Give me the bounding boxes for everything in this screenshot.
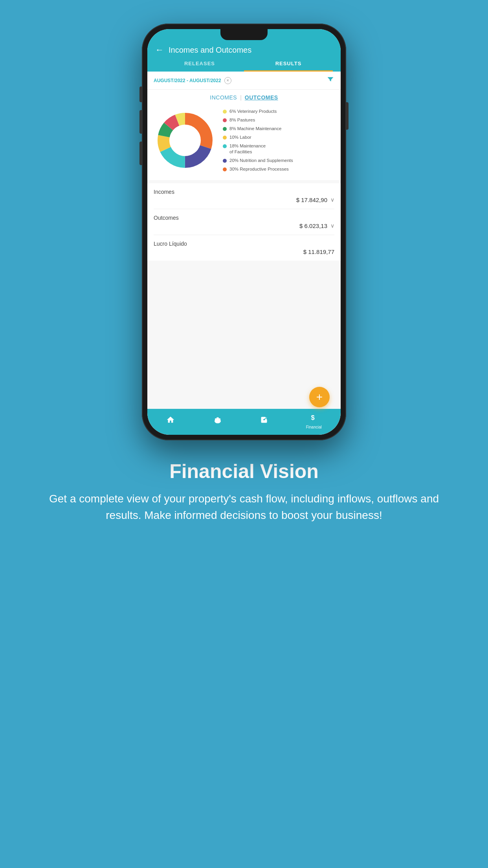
legend-label-reproductive: 30% Reproductive Processes	[229, 166, 289, 172]
legend-item-pastures: 8% Pastures	[223, 117, 334, 123]
legend-item-nutrition: 20% Nutrition and Supplements	[223, 158, 334, 164]
legend-item-maintenance: 18% Maintenanceof Facilities	[223, 143, 334, 155]
tasks-icon	[260, 416, 268, 427]
filter-bar: AUGUST/2022 - AUGUST/2022 ×	[147, 72, 341, 90]
legend-dot-maintenance	[223, 144, 227, 148]
legend-dot-reproductive	[223, 167, 227, 171]
incomes-label: Incomes	[154, 189, 334, 195]
nav-animals[interactable]	[213, 416, 222, 427]
svg-point-10	[218, 418, 220, 420]
filter-icon[interactable]	[327, 75, 334, 85]
svg-text:$: $	[311, 414, 315, 421]
animal-icon	[213, 416, 222, 427]
summary-section: Incomes $ 17.842,90 ∨ Outcomes $ 6.023,1…	[147, 183, 341, 261]
date-range-text: AUGUST/2022 - AUGUST/2022	[154, 78, 221, 83]
legend-item-veterinary: 6% Veterinary Products	[223, 108, 334, 114]
financial-icon: $	[310, 413, 318, 424]
outcomes-label: Outcomes	[154, 215, 334, 221]
toggle-outcomes[interactable]: OUTCOMES	[245, 94, 278, 101]
toggle-incomes[interactable]: INCOMES	[210, 94, 237, 101]
marketing-title: Financial Vision	[31, 460, 457, 483]
donut-chart	[154, 109, 216, 172]
summary-row-outcomes: Outcomes $ 6.023,13 ∨	[154, 209, 334, 235]
toggle-divider: |	[240, 94, 242, 101]
legend-label-machine: 8% Machine Maintenance	[229, 126, 281, 132]
bottom-nav: $ Financial	[147, 409, 341, 435]
legend-label-pastures: 8% Pastures	[229, 117, 255, 123]
legend-dot-veterinary	[223, 110, 227, 114]
incomes-value: $ 17.842,90	[296, 197, 327, 203]
nav-financial-label: Financial	[306, 425, 322, 429]
svg-point-7	[170, 125, 200, 155]
chart-legend: 6% Veterinary Products 8% Pastures 8% Ma…	[223, 108, 334, 172]
svg-point-11	[216, 417, 219, 419]
phone-screen: ← Incomes and Outcomes RELEASES RESULTS …	[147, 29, 341, 435]
toggle-row: INCOMES | OUTCOMES	[147, 90, 341, 104]
legend-dot-labor	[223, 136, 227, 140]
legend-dot-machine	[223, 127, 227, 131]
tab-releases[interactable]: RELEASES	[155, 61, 244, 72]
nav-home[interactable]	[166, 416, 175, 427]
incomes-chevron[interactable]: ∨	[330, 197, 334, 203]
summary-row-lucro: Lucro Líquido $ 11.819,77	[154, 235, 334, 261]
marketing-body: Get a complete view of your property's c…	[31, 491, 457, 524]
date-range-wrap: AUGUST/2022 - AUGUST/2022 ×	[154, 77, 231, 84]
nav-financial[interactable]: $ Financial	[306, 413, 322, 429]
legend-dot-nutrition	[223, 159, 227, 163]
lucro-value: $ 11.819,77	[303, 248, 334, 255]
legend-label-labor: 10% Labor	[229, 134, 251, 140]
outcomes-value: $ 6.023,13	[299, 223, 327, 229]
legend-label-maintenance: 18% Maintenanceof Facilities	[229, 143, 266, 155]
legend-label-nutrition: 20% Nutrition and Supplements	[229, 158, 293, 164]
tabs-row: RELEASES RESULTS	[155, 61, 333, 72]
app-content: AUGUST/2022 - AUGUST/2022 × INCOMES | OU…	[147, 72, 341, 409]
svg-point-9	[215, 418, 217, 420]
outcomes-chevron[interactable]: ∨	[330, 223, 334, 229]
home-icon	[166, 416, 175, 427]
back-button[interactable]: ←	[155, 45, 164, 55]
marketing-section: Financial Vision Get a complete view of …	[0, 460, 488, 524]
legend-label-veterinary: 6% Veterinary Products	[229, 108, 277, 114]
chart-section: 6% Veterinary Products 8% Pastures 8% Ma…	[147, 104, 341, 180]
phone-mockup: ← Incomes and Outcomes RELEASES RESULTS …	[142, 24, 346, 440]
legend-item-labor: 10% Labor	[223, 134, 334, 140]
nav-tasks[interactable]	[260, 416, 268, 427]
header-title: Incomes and Outcomes	[169, 46, 251, 55]
lucro-label: Lucro Líquido	[154, 241, 334, 247]
legend-item-machine: 8% Machine Maintenance	[223, 126, 334, 132]
summary-row-incomes: Incomes $ 17.842,90 ∨	[154, 183, 334, 209]
tab-results[interactable]: RESULTS	[244, 61, 333, 72]
legend-dot-pastures	[223, 118, 227, 122]
fab-button[interactable]: +	[309, 387, 330, 407]
close-filter-button[interactable]: ×	[224, 77, 231, 84]
phone-notch	[220, 29, 268, 40]
legend-item-reproductive: 30% Reproductive Processes	[223, 166, 334, 172]
